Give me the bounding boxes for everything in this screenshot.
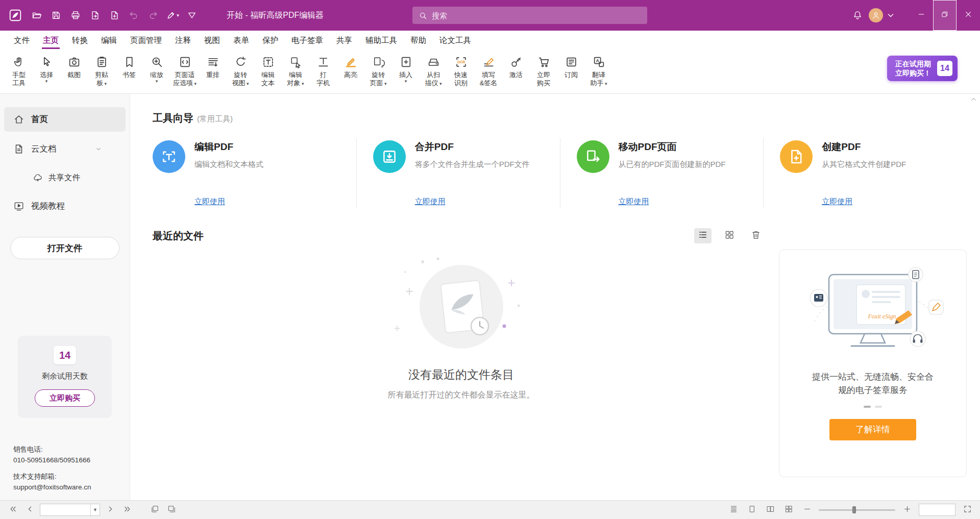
create-pdf-button[interactable] [105,6,124,24]
tool-card-action-link[interactable]: 立即使用 [619,197,649,208]
grid-view-button[interactable] [721,228,738,243]
menu-tab-organize[interactable]: 页面管理 [124,31,168,50]
global-search[interactable] [412,7,647,24]
ribbon-edit-object-button[interactable]: 编辑对象 ▾ [282,54,309,88]
ribbon-from-scanner-button[interactable]: 从扫描仪 ▾ [420,54,447,88]
ribbon-snapshot-button[interactable]: 截图 [60,54,88,88]
ribbon-rotate-pages-button[interactable]: 旋转页面 ▾ [364,54,392,88]
ribbon-select-button[interactable]: 选择▾ [33,54,60,88]
trial-badge[interactable]: 正在试用期 立即购买！ 14 [887,56,958,81]
ribbon-fit-options-button[interactable]: 页面适应选项 ▾ [170,54,199,88]
menu-tab-protect[interactable]: 保护 [256,31,285,50]
tool-card-action-link[interactable]: 立即使用 [415,197,446,208]
avatar[interactable] [869,8,883,22]
sidebar-item-video-tutorials[interactable]: 视频教程 [4,194,126,218]
customize-quick-access-button[interactable] [183,6,201,24]
next-page-button[interactable] [104,503,117,516]
carousel-dot-active[interactable] [864,406,871,408]
save-button[interactable] [47,6,65,24]
zoom-slider-thumb[interactable] [852,506,856,513]
menu-tab-accessibility[interactable]: 辅助工具 [359,31,404,50]
menu-tab-help[interactable]: 帮助 [404,31,433,50]
notifications-button[interactable] [848,6,867,24]
move-pages-icon [577,140,609,173]
tool-card-action-link[interactable]: 立即使用 [822,197,852,208]
restore-button[interactable] [933,0,957,31]
scroll-up-icon[interactable] [970,95,977,103]
ribbon-typewriter-button[interactable]: 打字机 [309,54,337,88]
zoom-in-button[interactable] [900,503,914,516]
menu-tab-view[interactable]: 视图 [198,31,227,50]
ribbon-hand-tool-button[interactable]: 手型工具 [5,54,33,88]
ribbon-bookmark-button[interactable]: 书签 [115,54,143,88]
sidebar-item-shared-files[interactable]: 共享文件 [4,166,126,189]
ribbon-reflow-button[interactable]: 重排 [199,54,227,88]
learn-more-button[interactable]: 了解详情 [829,419,916,440]
export-pdf-button[interactable] [86,6,104,24]
search-input[interactable] [432,11,641,20]
ribbon-rotate-view-button[interactable]: 旋转视图 ▾ [227,54,254,88]
ribbon-clipboard-button[interactable]: 剪贴板 ▾ [88,54,115,88]
next-view-button[interactable] [165,503,178,516]
ribbon-zoom-button[interactable]: 缩放▾ [143,54,170,88]
carousel-dots[interactable] [864,406,882,408]
single-page-view-button[interactable] [745,503,758,516]
redo-button[interactable] [144,6,162,24]
quad-view-button[interactable] [782,503,795,516]
fullscreen-button[interactable] [961,503,974,516]
zoom-out-button[interactable] [800,503,814,516]
facing-view-button[interactable] [764,503,777,516]
ribbon-subscribe-button[interactable]: 订阅 [557,54,585,88]
ribbon-activate-button[interactable]: 激活 [502,54,530,88]
zoom-slider-track[interactable] [819,509,895,511]
empty-state-desc: 所有最近打开过的文件都会显示在这里。 [388,390,535,401]
zoom-percent-input[interactable] [919,504,955,515]
zoom-in-icon [903,505,912,515]
menu-tab-file[interactable]: 文件 [7,31,36,50]
page-number-box[interactable]: ▼ [40,504,100,516]
fill-sign-icon [482,54,495,69]
menu-tab-convert[interactable]: 转换 [65,31,94,50]
zoom-percent-box[interactable] [919,504,955,516]
ribbon-insert-button[interactable]: 插入▾ [392,54,420,88]
ribbon-fill-sign-button[interactable]: 填写&签名 [475,54,502,88]
clear-recent-button[interactable] [747,228,765,243]
menu-tab-esign[interactable]: 电子签章 [285,31,330,50]
last-page-button[interactable] [120,503,134,516]
page-number-input[interactable] [40,504,90,515]
first-page-button[interactable] [6,503,19,516]
menu-tab-edit[interactable]: 编辑 [94,31,124,50]
ribbon-edit-text-button[interactable]: 编辑文本 [254,54,282,88]
esign-tools-button[interactable]: ▾ [163,6,182,24]
open-file-button[interactable] [28,6,46,24]
ribbon-translate-assistant-button[interactable]: A翻译助手 ▾ [585,54,612,88]
menu-tab-home[interactable]: 主页 [36,31,65,50]
menu-tab-paper-tools[interactable]: 论文工具 [433,31,478,50]
buy-now-button[interactable]: 立即购买 [35,389,95,407]
close-button[interactable] [957,0,980,31]
ribbon-highlight-button[interactable]: 高亮 [337,54,364,88]
sidebar-item-label: 云文档 [31,143,57,155]
prev-page-button[interactable] [23,503,36,516]
carousel-dot[interactable] [875,406,882,408]
undo-button[interactable] [125,6,143,24]
menu-tab-share[interactable]: 共享 [330,31,359,50]
chevron-down-icon[interactable] [95,145,102,153]
menu-tab-comment[interactable]: 注释 [168,31,198,50]
sidebar-item-home[interactable]: 首页 [4,107,126,132]
zoom-slider[interactable] [819,505,895,515]
tool-card-action-link[interactable]: 立即使用 [194,197,225,208]
menu-tab-form[interactable]: 表单 [227,31,256,50]
prev-view-button[interactable] [148,503,161,516]
account-menu-button[interactable] [885,6,896,24]
chevron-down-icon[interactable]: ▼ [90,504,100,515]
open-file-button[interactable]: 打开文件 [10,237,119,259]
list-view-button[interactable] [694,228,712,243]
ribbon-quick-ocr-button[interactable]: OCR快速识别 [447,54,475,88]
support-email[interactable]: support@foxitsoftware.cn [13,482,122,493]
sidebar-item-cloud-docs[interactable]: 云文档 [4,137,126,161]
minimize-button[interactable] [910,0,933,31]
ribbon-buy-now-button[interactable]: 立即购买 [530,54,557,88]
print-button[interactable] [66,6,85,24]
continuous-view-button[interactable] [727,503,740,516]
